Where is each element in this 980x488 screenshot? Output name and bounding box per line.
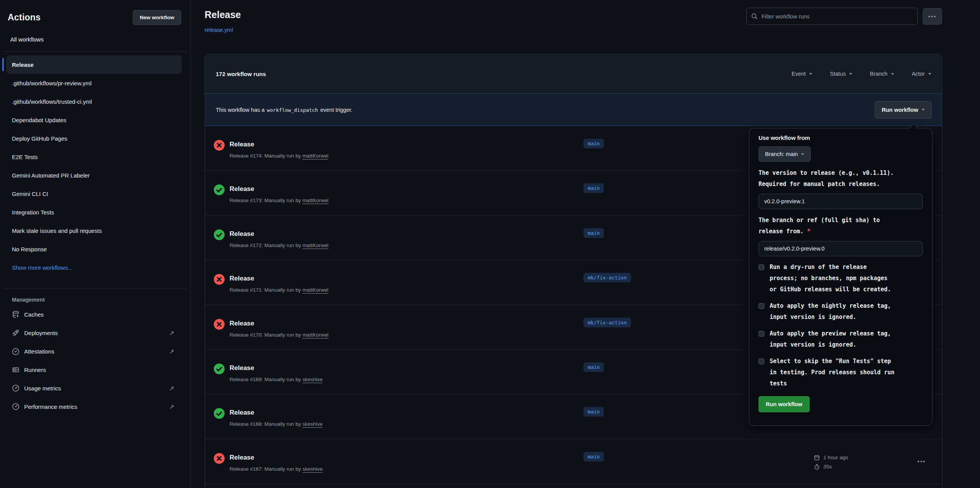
- chevron-down-icon: [809, 73, 812, 75]
- external-link-icon: ↗: [169, 403, 174, 410]
- sidebar-item-usage-metrics[interactable]: Usage metrics ↗: [12, 379, 182, 397]
- branch-badge[interactable]: main: [583, 139, 604, 148]
- actor-link[interactable]: mattKorwel: [302, 332, 329, 338]
- new-workflow-button[interactable]: New workflow: [133, 10, 181, 25]
- sidebar-item-pr-review[interactable]: .github/workflows/pr-review.yml: [6, 74, 182, 92]
- branch-select-label: Branch: main: [765, 151, 798, 157]
- sidebar-item-label: Runners: [24, 367, 46, 373]
- sidebar-item-label: Gemini CLI CI: [12, 191, 48, 197]
- nightly-tag-checkbox[interactable]: Auto apply the nightly release tag, inpu…: [759, 300, 923, 323]
- branch-badge[interactable]: main: [583, 228, 604, 238]
- run-options-button[interactable]: •••: [917, 458, 926, 464]
- workflow-options-button[interactable]: •••: [923, 8, 942, 25]
- run-title[interactable]: Release: [230, 454, 254, 461]
- branch-badge[interactable]: main: [583, 452, 604, 461]
- sidebar-item-label: Deployments: [24, 330, 58, 336]
- actor-link[interactable]: skeshive: [302, 421, 323, 427]
- sidebar-item-attestations[interactable]: Attestations ↗: [12, 342, 182, 360]
- runs-filters: Event Status Branch Actor: [792, 71, 931, 77]
- run-description: Release #174: Manually run by mattKorwel: [230, 153, 328, 159]
- popover-title: Use workflow from: [759, 134, 923, 141]
- failure-icon: [214, 140, 225, 151]
- branch-badge[interactable]: main: [583, 362, 604, 372]
- show-more-workflows-link[interactable]: Show more workflows...: [6, 258, 182, 277]
- run-row[interactable]: Release Release #167: Manually run by sk…: [205, 439, 942, 484]
- run-workflow-dropdown-button[interactable]: Run workflow: [875, 101, 932, 119]
- run-title[interactable]: Release: [230, 409, 254, 417]
- sidebar-item-integration-tests[interactable]: Integration Tests: [6, 203, 182, 221]
- preview-tag-checkbox[interactable]: Auto apply the preview release tag, inpu…: [759, 328, 923, 350]
- sidebar-item-trusted-ci[interactable]: .github/workflows/trusted-ci.yml: [6, 92, 182, 111]
- sidebar-item-label: Caches: [24, 311, 44, 318]
- workflow-file-link[interactable]: release.yml: [205, 27, 233, 33]
- run-workflow-submit-button[interactable]: Run workflow: [759, 396, 810, 412]
- checkbox-icon: [759, 331, 764, 337]
- branch-filter[interactable]: Branch: [870, 71, 894, 77]
- actor-link[interactable]: skeshive: [302, 377, 323, 382]
- ref-input[interactable]: [759, 241, 923, 256]
- actor-link[interactable]: skeshive: [302, 466, 323, 472]
- status-filter[interactable]: Status: [830, 71, 852, 77]
- management-nav: Caches Deployments ↗ Attestations ↗ Runn…: [0, 303, 190, 416]
- chevron-down-icon: [849, 73, 852, 75]
- verified-icon: [12, 347, 20, 355]
- sidebar-item-performance-metrics[interactable]: Performance metrics ↗: [12, 397, 182, 416]
- workflow-nav: Release .github/workflows/pr-review.yml …: [0, 51, 190, 280]
- event-filter[interactable]: Event: [792, 71, 812, 77]
- sidebar-item-gemini-pr-labeler[interactable]: Gemini Automated PR Labeler: [6, 166, 182, 184]
- sidebar-item-mark-stale[interactable]: Mark stale issues and pull requests: [6, 221, 182, 240]
- filter-workflow-runs-input[interactable]: [762, 13, 913, 20]
- sidebar-item-label: Mark stale issues and pull requests: [12, 227, 102, 234]
- sidebar-item-gemini-cli-ci[interactable]: Gemini CLI CI: [6, 184, 182, 203]
- run-description: Release #169: Manually run by skeshive: [230, 377, 322, 382]
- runs-count: 172 workflow runs: [216, 71, 266, 77]
- actor-filter[interactable]: Actor: [912, 71, 931, 77]
- run-description: Release #170: Manually run by mattKorwel: [230, 332, 328, 338]
- github-actions-page: Actions New workflow All workflows Relea…: [0, 0, 980, 488]
- sidebar-item-deployments[interactable]: Deployments ↗: [12, 324, 182, 342]
- run-title[interactable]: Release: [230, 230, 254, 238]
- chevron-down-icon: [928, 73, 931, 75]
- management-section-label: Management: [12, 297, 190, 303]
- sidebar-item-label: .github/workflows/trusted-ci.yml: [12, 98, 92, 105]
- branch-badge[interactable]: main: [583, 407, 604, 417]
- success-icon: [214, 229, 225, 240]
- run-title[interactable]: Release: [230, 320, 254, 327]
- workflow-title: Release: [205, 9, 241, 20]
- branch-badge[interactable]: main: [583, 183, 604, 193]
- skip-tests-checkbox[interactable]: Select to skip the "Run Tests" step in t…: [759, 356, 923, 389]
- calendar-icon: [814, 455, 820, 461]
- branch-select-button[interactable]: Branch: main: [759, 146, 811, 162]
- checkbox-icon: [759, 359, 764, 364]
- external-link-icon: ↗: [169, 385, 174, 392]
- sidebar-item-dependabot-updates[interactable]: Dependabot Updates: [6, 111, 182, 129]
- sidebar-item-no-response[interactable]: No Response: [6, 240, 182, 258]
- success-icon: [214, 184, 225, 195]
- sidebar-item-label: E2E Tests: [12, 154, 38, 160]
- rocket-icon: [12, 329, 20, 337]
- actor-link[interactable]: mattKorwel: [302, 287, 329, 293]
- run-title[interactable]: Release: [230, 364, 254, 372]
- sidebar-item-label: Usage metrics: [24, 385, 61, 392]
- actor-link[interactable]: mattKorwel: [302, 153, 329, 159]
- checkbox-label: Auto apply the nightly release tag, inpu…: [770, 300, 891, 323]
- branch-badge[interactable]: mk/fix-action: [583, 273, 631, 282]
- run-workflow-popover: Use workflow from Branch: main The versi…: [749, 128, 932, 426]
- sidebar-item-runners[interactable]: Runners: [12, 360, 182, 379]
- run-title[interactable]: Release: [230, 185, 254, 193]
- branch-badge[interactable]: mk/fix-action: [583, 318, 631, 327]
- run-title[interactable]: Release: [230, 141, 254, 148]
- actor-link[interactable]: mattKorwel: [302, 242, 329, 248]
- sidebar-item-e2e-tests[interactable]: E2E Tests: [6, 148, 182, 166]
- sidebar-item-label: Dependabot Updates: [12, 117, 66, 123]
- required-asterisk: *: [807, 228, 810, 235]
- version-input[interactable]: [759, 194, 923, 209]
- run-title[interactable]: Release: [230, 275, 254, 282]
- sidebar-item-all-workflows[interactable]: All workflows: [10, 36, 190, 43]
- dry-run-checkbox[interactable]: Run a dry-run of the release process; no…: [759, 262, 923, 295]
- run-meta: 1 hour ago 35s: [814, 453, 848, 471]
- sidebar-item-caches[interactable]: Caches: [12, 305, 182, 324]
- sidebar-item-release[interactable]: Release: [6, 55, 182, 74]
- actor-link[interactable]: mattKorwel: [302, 198, 329, 203]
- sidebar-item-deploy-github-pages[interactable]: Deploy GitHub Pages: [6, 129, 182, 148]
